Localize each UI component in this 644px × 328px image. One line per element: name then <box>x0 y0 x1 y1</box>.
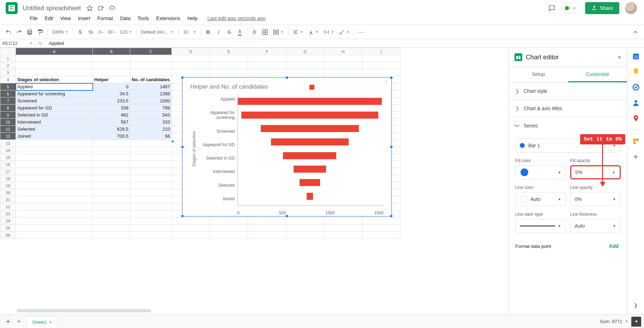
account-avatar[interactable] <box>625 2 637 14</box>
menu-tools[interactable]: Tools <box>135 14 152 23</box>
text-color-icon[interactable]: A <box>235 27 245 37</box>
tab-customize[interactable]: Customize <box>568 67 627 82</box>
all-sheets-icon[interactable]: ≡ <box>13 316 24 327</box>
currency-icon[interactable]: $ <box>75 27 85 37</box>
menu-view[interactable]: View <box>58 14 74 23</box>
menu-help[interactable]: Help <box>185 14 200 23</box>
chart-y-axis-label: Stages of selection <box>190 93 198 205</box>
menu-data[interactable]: Data <box>117 14 133 23</box>
menu-format[interactable]: Format <box>95 14 116 23</box>
formula-bar: A5:C12▼ fx Applied <box>0 39 644 48</box>
tab-setup[interactable]: Setup <box>509 67 568 82</box>
line-dash-label: Line dash type <box>515 212 566 217</box>
editor-title: Chart editor <box>526 54 559 61</box>
percent-icon[interactable]: % <box>86 27 96 37</box>
sheets-logo[interactable] <box>6 2 18 14</box>
format-data-point-row: Format data point Add <box>509 237 627 255</box>
line-opacity-label: Line opacity <box>570 185 621 190</box>
borders-icon[interactable] <box>260 27 270 37</box>
zoom-select[interactable]: 100%▼ <box>50 27 71 37</box>
h-align-icon[interactable]: ▼ <box>291 27 306 37</box>
quicksum[interactable]: Sum: 8771 <box>600 319 622 324</box>
chart-title: Helper and No. of candidates <box>182 78 391 93</box>
resize-handle[interactable] <box>390 76 393 79</box>
decrease-decimal-icon[interactable]: .0← <box>96 27 106 37</box>
tasks-icon[interactable] <box>632 83 640 91</box>
formula-input[interactable]: Applied <box>45 41 64 46</box>
calendar-icon[interactable]: 31 <box>632 52 640 60</box>
section-series[interactable]: ❯Series <box>509 117 627 134</box>
move-icon[interactable] <box>98 5 104 11</box>
title-action-icons <box>86 5 115 11</box>
collapse-toolbar-icon[interactable] <box>631 27 640 37</box>
meet-button[interactable]: ▼ <box>561 3 579 13</box>
section-chart-style[interactable]: ❯Chart style <box>509 83 627 100</box>
maps-icon[interactable] <box>632 114 640 123</box>
italic-icon[interactable]: I <box>214 27 224 37</box>
resize-handle[interactable] <box>390 145 393 148</box>
hide-panel-icon[interactable]: ❯ <box>632 301 640 309</box>
addon-icon[interactable] <box>632 137 640 145</box>
menu-edit[interactable]: Edit <box>42 14 56 23</box>
last-edit-link[interactable]: Last edit was seconds ago <box>205 14 269 23</box>
paint-format-icon[interactable] <box>35 27 45 37</box>
menu-extensions[interactable]: Extensions <box>153 14 183 23</box>
bold-icon[interactable]: B <box>203 27 213 37</box>
increase-decimal-icon[interactable]: .00→ <box>107 27 117 37</box>
sheet-tab-bar: + ≡ Sheet1▼ Sum: 8771▼ ✦ <box>0 314 644 328</box>
v-align-icon[interactable]: ▼ <box>306 27 321 37</box>
fill-opacity-label: Fill opacity <box>570 158 621 163</box>
line-color-label: Line color <box>515 185 566 190</box>
sheet-tab[interactable]: Sheet1▼ <box>27 316 58 328</box>
name-box[interactable]: A5:C12▼ <box>0 39 35 47</box>
rotate-icon[interactable]: ▼ <box>337 27 352 37</box>
redo-icon[interactable] <box>14 27 24 37</box>
selection-handle[interactable] <box>171 140 174 143</box>
line-opacity-select[interactable]: 0%▼ <box>570 192 621 206</box>
line-dash-select[interactable]: ▼ <box>515 219 566 233</box>
line-color-picker[interactable]: Auto▼ <box>515 192 566 206</box>
keep-icon[interactable] <box>632 67 640 76</box>
star-icon[interactable] <box>86 5 93 11</box>
add-data-point-button[interactable]: Add <box>607 243 621 249</box>
series-selector[interactable]: Bar 1 ▼ <box>515 138 621 153</box>
chart-menu-icon[interactable]: ⋮ <box>384 80 389 85</box>
explore-icon[interactable]: ✦ <box>631 317 641 327</box>
svg-rect-0 <box>98 6 102 10</box>
share-button[interactable]: Share <box>585 2 619 14</box>
fill-color-icon[interactable] <box>249 27 259 37</box>
h-scrollbar[interactable] <box>16 309 150 313</box>
menu-bar: File Edit View Insert Format Data Tools … <box>0 14 644 25</box>
contacts-icon[interactable] <box>632 99 640 107</box>
chart-editor-panel: ▮▮ Chart editor ✕ Setup Customize ❯Chart… <box>508 48 627 314</box>
resize-handle[interactable] <box>285 76 288 79</box>
close-editor-icon[interactable]: ✕ <box>618 55 621 60</box>
spreadsheet-area[interactable]: ABCDEFGHI1234Stages of selectionHelperNo… <box>0 48 508 314</box>
print-icon[interactable] <box>25 27 35 37</box>
strike-icon[interactable]: S <box>224 27 234 37</box>
menu-insert[interactable]: Insert <box>75 14 93 23</box>
chart-x-axis: 050010001500 <box>182 210 391 215</box>
embedded-chart[interactable]: ⋮ Helper and No. of candidates Stages of… <box>182 77 392 216</box>
undo-icon[interactable] <box>4 27 13 37</box>
comment-history-icon[interactable] <box>548 5 555 12</box>
menu-file[interactable]: File <box>27 14 41 23</box>
svg-point-10 <box>635 117 637 118</box>
merge-icon[interactable]: ▼ <box>271 27 286 37</box>
font-size-select[interactable]: 10▼ <box>181 27 199 37</box>
cloud-icon[interactable] <box>109 5 115 11</box>
add-addon-icon[interactable]: + <box>632 153 640 161</box>
more-toolbar-icon[interactable]: ⋯ <box>356 27 366 37</box>
fill-color-picker[interactable]: ▼ <box>515 165 566 179</box>
wrap-icon[interactable]: ▼ <box>321 27 336 37</box>
editor-header: ▮▮ Chart editor ✕ <box>509 48 627 67</box>
resize-handle[interactable] <box>181 145 184 148</box>
section-axis-titles[interactable]: ❯Chart & axis titles <box>509 100 627 117</box>
fill-opacity-select[interactable]: 0%▼ <box>570 165 621 179</box>
line-thickness-select[interactable]: Auto▼ <box>570 219 621 233</box>
add-sheet-icon[interactable]: + <box>3 316 13 327</box>
font-select[interactable]: Default (Ari...▼ <box>139 27 176 37</box>
doc-title[interactable]: Untitled spreadsheet <box>23 5 81 12</box>
resize-handle[interactable] <box>181 76 184 79</box>
number-format-select[interactable]: 123▼ <box>118 27 134 37</box>
